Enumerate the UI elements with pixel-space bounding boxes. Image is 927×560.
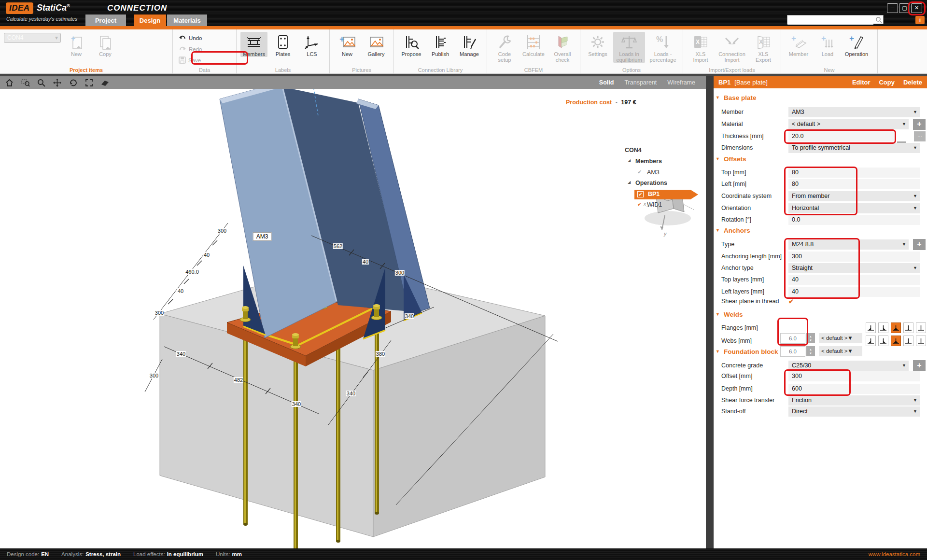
- new-load-button[interactable]: + Load: [814, 32, 841, 57]
- plates-labels-button[interactable]: Plates: [269, 32, 296, 57]
- members-labels-button[interactable]: Members: [240, 32, 267, 57]
- offset-left-input[interactable]: 80: [788, 179, 920, 189]
- add-anchor-button[interactable]: +: [913, 239, 926, 250]
- checkmark-icon[interactable]: ✔: [637, 169, 642, 175]
- close-button[interactable]: ✕: [911, 3, 922, 13]
- tree-members-header[interactable]: Members: [635, 158, 662, 165]
- xls-export-button[interactable]: X XLSExport: [750, 32, 777, 63]
- weld-type-icon[interactable]: [903, 322, 913, 333]
- tree-operations-header[interactable]: Operations: [635, 180, 667, 186]
- tab-materials[interactable]: Materials: [167, 14, 207, 27]
- concrete-grade-dropdown[interactable]: C25/30▼: [788, 361, 909, 371]
- weld-type-icon[interactable]: [878, 322, 888, 333]
- weld-type-icon-selected[interactable]: [891, 336, 901, 346]
- new-operation-button[interactable]: + Operation: [843, 32, 870, 57]
- tab-project[interactable]: Project: [85, 14, 126, 27]
- thickness-input[interactable]: 20.0: [788, 131, 895, 141]
- tree-root[interactable]: CON4: [625, 147, 642, 154]
- undo-button[interactable]: Undo: [177, 33, 204, 43]
- weld-type-icon[interactable]: [903, 336, 913, 346]
- anchor-type-dropdown[interactable]: Straight▼: [788, 263, 920, 273]
- tree-item-wid1[interactable]: WID1: [647, 201, 662, 208]
- weld-type-icon[interactable]: [866, 336, 876, 346]
- overall-check-button[interactable]: Overallcheck: [549, 32, 576, 63]
- manage-button[interactable]: Manage: [456, 32, 483, 57]
- connection-import-button[interactable]: ConnectionImport: [716, 32, 748, 63]
- propose-button[interactable]: Propose: [398, 32, 425, 57]
- section-offsets[interactable]: ▼Offsets: [716, 155, 918, 165]
- settings-button[interactable]: Settings: [584, 32, 611, 57]
- calculate-button[interactable]: Calculate: [520, 32, 547, 57]
- display-mode-transparent[interactable]: Transparent: [624, 79, 657, 86]
- weld-type-icon[interactable]: [878, 336, 888, 346]
- loads-in-equilibrium-toggle[interactable]: Loads inequilibrium: [613, 32, 645, 63]
- copy-operation-button[interactable]: Copy: [879, 76, 895, 88]
- zoom-window-button[interactable]: [21, 78, 30, 87]
- viewport-3d[interactable]: x y ↙: [0, 89, 706, 548]
- section-anchors[interactable]: ▼Anchors: [716, 227, 918, 237]
- gallery-button[interactable]: Gallery: [363, 32, 390, 57]
- zoom-button[interactable]: [37, 78, 46, 87]
- coordinate-system-dropdown[interactable]: From member▼: [788, 191, 920, 201]
- add-material-button[interactable]: +: [913, 119, 926, 130]
- rotation-input[interactable]: 0.0: [788, 215, 920, 225]
- delete-operation-button[interactable]: Delete: [903, 76, 922, 88]
- tab-design[interactable]: Design: [134, 14, 166, 27]
- top-layers-input[interactable]: 40: [788, 275, 920, 285]
- offset-top-input[interactable]: 80: [788, 168, 920, 178]
- minimize-button[interactable]: ─: [887, 3, 898, 13]
- search-box[interactable]: [787, 15, 884, 24]
- thickness-more-button[interactable]: …: [914, 131, 926, 141]
- weld-type-icon[interactable]: [916, 336, 926, 346]
- weld-type-icon-selected[interactable]: [891, 322, 901, 333]
- display-mode-wireframe[interactable]: Wireframe: [667, 79, 695, 86]
- standoff-dropdown[interactable]: Direct▼: [788, 406, 920, 417]
- rotate-view-button[interactable]: [69, 78, 78, 87]
- section-welds[interactable]: ▼Welds: [716, 311, 918, 321]
- tree-item-bp1[interactable]: BP1: [648, 191, 660, 197]
- tree-item-am3[interactable]: AM3: [647, 169, 660, 176]
- new-member-button[interactable]: + Member: [785, 32, 812, 57]
- website-link[interactable]: www.ideastatica.com: [869, 551, 920, 557]
- foundation-offset-input[interactable]: 300: [788, 371, 920, 381]
- info-button[interactable]: i: [915, 16, 925, 24]
- anchoring-length-input[interactable]: 300: [788, 252, 920, 262]
- search-input[interactable]: [787, 16, 873, 25]
- new-picture-button[interactable]: + New: [334, 32, 361, 57]
- save-button[interactable]: Save: [177, 55, 204, 65]
- foundation-depth-input[interactable]: 600: [788, 384, 920, 394]
- material-dropdown[interactable]: < default >▼: [788, 119, 909, 129]
- editor-button[interactable]: Editor: [852, 76, 871, 88]
- weld-type-icon[interactable]: [916, 322, 926, 333]
- copy-item-button[interactable]: Copy: [92, 32, 119, 57]
- checkbox-icon[interactable]: ✔: [637, 191, 644, 197]
- member-dropdown[interactable]: AM3▼: [788, 107, 920, 117]
- xls-import-button[interactable]: X XLSImport: [687, 32, 714, 63]
- checkmark-icon[interactable]: ✔: [637, 201, 642, 208]
- shear-plane-checkbox[interactable]: ✔: [788, 296, 794, 307]
- weld-type-icon[interactable]: [866, 322, 876, 333]
- section-base-plate[interactable]: ▼Base plate: [716, 94, 918, 104]
- connection-combo[interactable]: CON4: [4, 33, 61, 43]
- shear-transfer-dropdown[interactable]: Friction▼: [788, 395, 920, 406]
- publish-button[interactable]: Publish: [427, 32, 454, 57]
- expander-icon[interactable]: ◢: [628, 180, 631, 184]
- code-setup-button[interactable]: Codesetup: [491, 32, 518, 63]
- loads-percentage-button[interactable]: % Loads -percentage: [647, 32, 679, 63]
- dimensions-dropdown[interactable]: To profile symmetrical▼: [788, 143, 920, 153]
- home-view-button[interactable]: [5, 78, 14, 87]
- left-layers-input[interactable]: 40: [788, 287, 920, 297]
- lcs-labels-button[interactable]: LCS: [298, 32, 325, 57]
- expander-icon[interactable]: ◢: [628, 158, 631, 163]
- display-mode-solid[interactable]: Solid: [599, 79, 614, 86]
- clipping-plane-button[interactable]: [100, 78, 110, 87]
- new-project-item-button[interactable]: + New: [63, 32, 90, 57]
- section-foundation-block[interactable]: ▼Foundation block: [716, 348, 918, 358]
- zoom-fit-button[interactable]: [84, 78, 94, 87]
- add-concrete-button[interactable]: +: [913, 360, 926, 371]
- pan-button[interactable]: [53, 78, 62, 87]
- maximize-button[interactable]: ▢: [899, 3, 910, 13]
- anchor-size-dropdown[interactable]: M24 8.8▼: [788, 239, 909, 250]
- redo-button[interactable]: Redo: [177, 44, 204, 54]
- orientation-dropdown[interactable]: Horizontal▼: [788, 203, 920, 213]
